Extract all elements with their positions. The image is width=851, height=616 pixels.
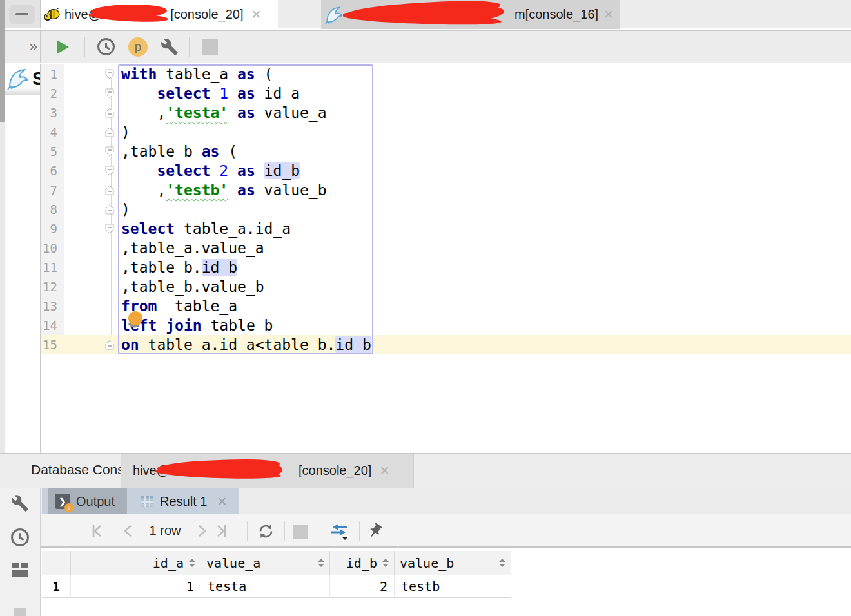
fold-down-icon[interactable] [105, 224, 114, 234]
tab-console-20[interactable]: hive@b [console_20] ✕ [41, 0, 278, 29]
code-token: 'testb' [166, 182, 228, 198]
code-text[interactable]: from table_a [118, 296, 851, 316]
line-number[interactable]: 12 [41, 277, 64, 296]
code-line[interactable]: 3 ,'testa' as value_a [41, 103, 851, 122]
line-number[interactable]: 11 [41, 258, 64, 277]
code-line[interactable]: 5,table_b as ( [41, 142, 851, 161]
line-number[interactable]: 7 [41, 180, 64, 200]
grid-cell-id_a[interactable]: 1 [71, 575, 201, 598]
background-partial-tab[interactable]: S [5, 64, 41, 95]
pin-button[interactable] [367, 523, 384, 539]
code-text[interactable]: select 2 as id_b [118, 161, 851, 180]
code-token: value_b [255, 182, 327, 198]
code-token [157, 317, 166, 334]
line-number[interactable]: 2 [41, 84, 64, 103]
code-text[interactable]: ) [118, 122, 851, 142]
wrench-settings-button[interactable] [161, 38, 179, 56]
column-header-value_b[interactable]: value_b [395, 551, 511, 575]
reload-button[interactable] [257, 523, 275, 540]
grid-cell-id_b[interactable]: 2 [330, 575, 395, 598]
code-line[interactable]: 7 ,'testb' as value_b [41, 180, 851, 200]
fold-up-icon[interactable] [105, 127, 114, 137]
code-text[interactable]: ,table_b.id_b [118, 258, 851, 277]
line-number[interactable]: 10 [41, 238, 64, 258]
wrench-icon[interactable] [11, 494, 29, 512]
fold-up-icon[interactable] [105, 340, 114, 350]
close-tab-icon[interactable]: ✕ [251, 7, 262, 22]
fold-up-icon[interactable] [105, 108, 114, 118]
sort-arrows-icon[interactable] [499, 559, 505, 567]
line-number[interactable]: 3 [41, 103, 64, 122]
console-tab[interactable]: hive@ [console_20] ✕ [121, 454, 414, 488]
code-text[interactable]: left join table_b [118, 316, 851, 335]
close-console-icon[interactable]: ✕ [379, 463, 389, 478]
more-tabs-chevron[interactable]: » [5, 30, 41, 63]
line-number[interactable]: 8 [41, 200, 64, 219]
line-number[interactable]: 14 [41, 316, 64, 335]
line-number[interactable]: 1 [41, 64, 64, 84]
minimize-button[interactable] [9, 5, 35, 24]
code-text[interactable]: ,'testb' as value_b [118, 180, 851, 200]
code-text[interactable]: ,table_a.value_a [118, 238, 851, 258]
column-header-value_a[interactable]: value_a [201, 551, 330, 575]
code-text[interactable]: ) [118, 200, 851, 219]
fold-gutter [64, 122, 118, 142]
line-number[interactable]: 13 [41, 296, 64, 316]
fold-up-icon[interactable] [105, 204, 114, 215]
code-text[interactable]: ,'testa' as value_a [118, 103, 851, 122]
code-text[interactable]: select table_a.id_a [118, 219, 851, 238]
code-line[interactable]: 11,table_b.id_b [41, 258, 851, 277]
code-line[interactable]: 10,table_a.value_a [41, 238, 851, 258]
sort-arrows-icon[interactable] [189, 559, 195, 567]
row-number-cell[interactable]: 1 [42, 575, 71, 598]
line-number[interactable]: 6 [41, 161, 64, 180]
code-text[interactable]: with table_a as ( [118, 64, 851, 84]
line-number[interactable]: 5 [41, 142, 64, 161]
code-line[interactable]: 15on table_a.id_a<table_b.id_b [41, 335, 851, 354]
code-line[interactable]: 12,table_b.value_b [41, 277, 851, 296]
code-line[interactable]: 1with table_a as ( [41, 64, 851, 84]
run-button[interactable] [55, 39, 70, 55]
line-number[interactable]: 15 [41, 335, 64, 354]
code-line[interactable]: 2 select 1 as id_a [41, 84, 851, 103]
tab-output[interactable]: ❯↓ Output [48, 488, 127, 514]
fold-down-icon[interactable] [105, 146, 114, 157]
column-header-id_b[interactable]: id_b [330, 551, 395, 575]
history-clock-button[interactable] [97, 37, 115, 56]
column-header-id_a[interactable]: id_a [71, 551, 201, 575]
profile-button[interactable]: p [128, 37, 148, 57]
fold-down-icon[interactable] [105, 88, 114, 99]
change-layout-icon[interactable] [12, 563, 28, 577]
previous-page-button[interactable] [121, 523, 136, 539]
close-result-icon[interactable]: ✕ [217, 494, 227, 509]
code-line[interactable]: 8) [41, 200, 851, 219]
sql-editor[interactable]: 1with table_a as (2 select 1 as id_a3 ,'… [41, 63, 851, 453]
code-text[interactable]: on table_a.id_a<table_b.id_b [118, 335, 851, 354]
line-number[interactable]: 9 [41, 219, 64, 238]
history-clock-icon[interactable] [10, 528, 30, 547]
fold-down-icon[interactable] [105, 166, 114, 176]
fold-down-icon[interactable] [105, 69, 114, 79]
line-number[interactable]: 4 [41, 122, 64, 142]
intention-bulb-icon[interactable] [127, 311, 145, 329]
fold-up-icon[interactable] [105, 185, 114, 195]
grid-cell-value_a[interactable]: testa [201, 575, 330, 598]
tab-console-16[interactable]: m [console_16] ✕ [321, 0, 620, 29]
code-text[interactable]: select 1 as id_a [118, 84, 851, 103]
first-page-button[interactable] [88, 523, 105, 539]
compare-button[interactable] [329, 523, 349, 541]
sort-arrows-icon[interactable] [318, 559, 324, 567]
code-text[interactable]: ,table_b as ( [118, 142, 851, 161]
code-line[interactable]: 6 select 2 as id_b [41, 161, 851, 180]
tab-result-1[interactable]: Result 1 ✕ [133, 488, 239, 514]
code-text[interactable]: ,table_b.value_b [118, 277, 851, 296]
code-line[interactable]: 14left join table_b [41, 316, 851, 335]
code-line[interactable]: 4) [41, 122, 851, 142]
sort-arrows-icon[interactable] [382, 559, 389, 567]
close-tab-icon[interactable]: ✕ [603, 7, 614, 22]
next-page-button[interactable] [194, 523, 210, 539]
grid-cell-value_b[interactable]: testb [395, 575, 511, 598]
code-line[interactable]: 9select table_a.id_a [41, 219, 851, 238]
last-page-button[interactable] [213, 523, 230, 539]
code-line[interactable]: 13from table_a [41, 296, 851, 316]
